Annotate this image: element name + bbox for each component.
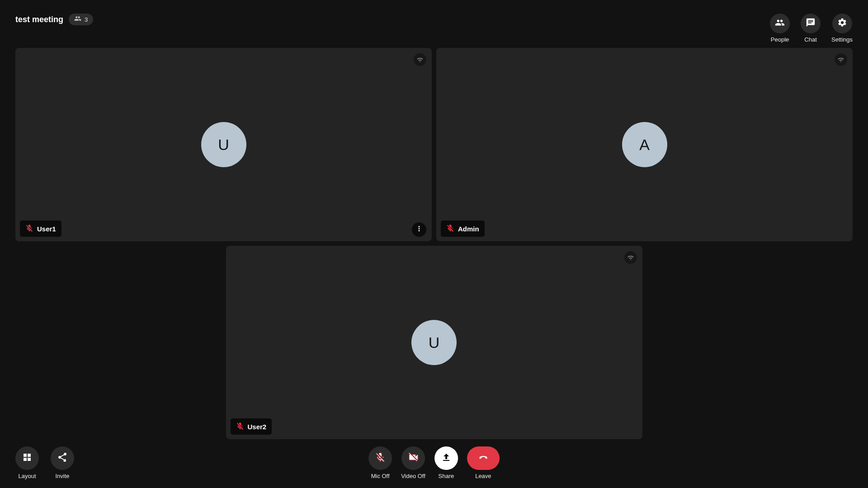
connection-quality-icon — [624, 251, 637, 264]
hangup-icon — [478, 452, 489, 465]
header-right: People Chat Settings — [770, 14, 853, 43]
chat-label: Chat — [804, 36, 816, 43]
upload-icon — [441, 452, 452, 465]
invite-button[interactable]: Invite — [51, 446, 74, 479]
leave-button[interactable]: Leave — [467, 446, 500, 479]
participant-name: Admin — [458, 225, 479, 233]
more-vert-icon — [415, 225, 423, 235]
participant-grid: U User1 A Admin U — [15, 48, 853, 444]
participant-name: User2 — [248, 423, 267, 431]
layout-label: Layout — [18, 473, 36, 479]
leave-label: Leave — [475, 473, 491, 479]
avatar: U — [411, 320, 457, 365]
control-bar-left: Layout Invite — [15, 446, 74, 479]
people-icon — [775, 18, 785, 29]
mic-off-icon — [446, 224, 454, 234]
people-label: People — [771, 36, 789, 43]
control-bar-center: Mic Off Video Off Share Leave — [368, 446, 500, 479]
mic-toggle-button[interactable]: Mic Off — [368, 446, 392, 479]
participant-count-pill[interactable]: 3 — [69, 14, 93, 25]
participant-tile[interactable]: U User1 — [15, 48, 432, 241]
header-left: test meeting 3 — [15, 14, 93, 25]
mic-label: Mic Off — [371, 473, 390, 479]
layout-button[interactable]: Layout — [15, 446, 39, 479]
control-bar: Layout Invite Mic Off Video Off Share — [0, 444, 868, 488]
header-bar: test meeting 3 People Chat Settings — [0, 0, 868, 45]
participant-name-chip: User1 — [20, 221, 61, 237]
participant-name: User1 — [37, 225, 56, 233]
share-icon — [57, 452, 68, 465]
people-icon — [74, 15, 81, 24]
participant-name-chip: User2 — [231, 418, 272, 435]
share-screen-button[interactable]: Share — [434, 446, 458, 479]
settings-label: Settings — [831, 36, 853, 43]
connection-quality-icon — [835, 53, 847, 66]
mic-off-icon — [375, 452, 386, 465]
participant-name-chip: Admin — [441, 221, 485, 237]
participant-tile[interactable]: U User2 — [226, 246, 642, 439]
settings-button[interactable]: Settings — [831, 14, 853, 43]
chat-icon — [806, 18, 816, 29]
chat-button[interactable]: Chat — [801, 14, 821, 43]
video-off-icon — [408, 452, 419, 465]
meeting-title: test meeting — [15, 15, 63, 24]
invite-label: Invite — [55, 473, 69, 479]
people-button[interactable]: People — [770, 14, 790, 43]
connection-quality-icon — [414, 53, 426, 66]
participant-count: 3 — [85, 16, 88, 23]
mic-off-icon — [25, 224, 33, 234]
avatar: A — [622, 122, 667, 167]
video-toggle-button[interactable]: Video Off — [401, 446, 425, 479]
share-label: Share — [439, 473, 454, 479]
gear-icon — [837, 18, 847, 29]
mic-off-icon — [236, 422, 244, 432]
avatar: U — [201, 122, 246, 167]
participant-tile[interactable]: A Admin — [436, 48, 853, 241]
video-label: Video Off — [401, 473, 425, 479]
tile-more-button[interactable] — [412, 222, 426, 237]
layout-icon — [22, 452, 33, 465]
